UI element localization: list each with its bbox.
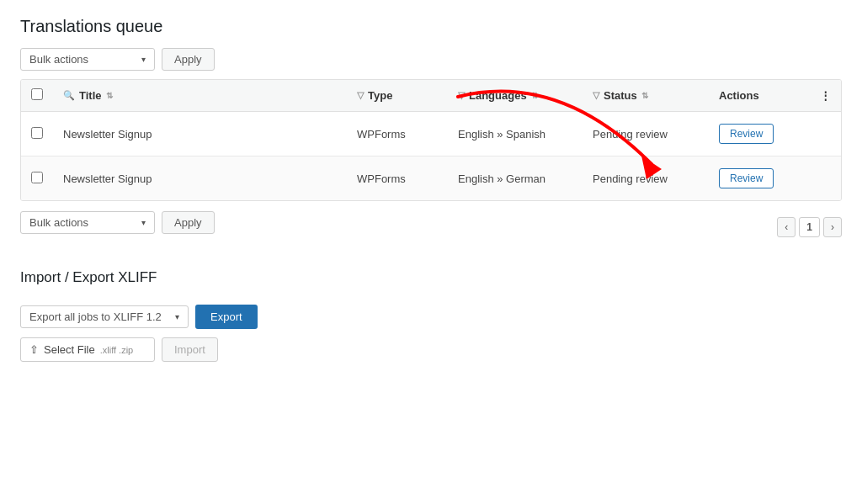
prev-page-button[interactable]: ‹ bbox=[777, 217, 795, 237]
row-actions-0: Review bbox=[709, 112, 810, 157]
table-header-row: 🔍 Title ⇅ ▽ Type ▽ bbox=[21, 80, 841, 112]
bottom-bar: Bulk actions ▾ Apply ‹ 1 › bbox=[20, 211, 842, 242]
export-dropdown-chevron: ▾ bbox=[175, 312, 179, 321]
bulk-actions-label-bottom: Bulk actions bbox=[29, 216, 88, 229]
bulk-actions-chevron-top: ▾ bbox=[141, 55, 146, 64]
import-export-title: Import / Export XLIFF bbox=[20, 269, 842, 286]
import-button[interactable]: Import bbox=[162, 337, 218, 362]
search-icon: 🔍 bbox=[63, 90, 75, 101]
translations-table: 🔍 Title ⇅ ▽ Type ▽ bbox=[21, 80, 841, 200]
row-checkbox-cell[interactable] bbox=[21, 157, 53, 201]
import-export-section: Import / Export XLIFF Export all jobs to… bbox=[20, 269, 842, 362]
apply-button-bottom[interactable]: Apply bbox=[162, 211, 215, 234]
upload-icon: ⇧ bbox=[29, 343, 39, 356]
file-types-label: .xliff .zip bbox=[100, 345, 134, 355]
col-header-languages[interactable]: ▽ Languages ⇅ bbox=[448, 80, 583, 112]
select-file-label: Select File bbox=[44, 343, 95, 356]
more-options-icon[interactable]: ⋮ bbox=[820, 89, 831, 102]
select-all-checkbox[interactable] bbox=[31, 88, 43, 100]
status-sort-icon: ⇅ bbox=[641, 91, 648, 100]
row-more-1 bbox=[810, 157, 841, 201]
col-header-more[interactable]: ⋮ bbox=[810, 80, 841, 112]
status-filter-icon: ▽ bbox=[593, 90, 599, 101]
table-row: Newsletter Signup WPForms English » Span… bbox=[21, 112, 841, 157]
row-checkbox-cell[interactable] bbox=[21, 112, 53, 157]
languages-filter-icon: ▽ bbox=[458, 90, 465, 101]
bulk-actions-label-top: Bulk actions bbox=[29, 53, 88, 66]
type-filter-icon: ▽ bbox=[357, 90, 364, 101]
top-toolbar: Bulk actions ▾ Apply bbox=[20, 48, 842, 71]
row-title-1: Newsletter Signup bbox=[53, 157, 347, 201]
col-header-type[interactable]: ▽ Type bbox=[347, 80, 448, 112]
review-button-0[interactable]: Review bbox=[719, 124, 774, 144]
import-row: ⇧ Select File .xliff .zip Import bbox=[20, 337, 842, 362]
bulk-actions-dropdown-top[interactable]: Bulk actions ▾ bbox=[20, 48, 155, 71]
row-status-0: Pending review bbox=[583, 112, 709, 157]
select-file-button[interactable]: ⇧ Select File .xliff .zip bbox=[20, 337, 155, 362]
export-button[interactable]: Export bbox=[195, 305, 258, 329]
col-header-title[interactable]: 🔍 Title ⇅ bbox=[53, 80, 347, 112]
table-row: Newsletter Signup WPForms English » Germ… bbox=[21, 157, 841, 201]
next-page-button[interactable]: › bbox=[823, 217, 842, 237]
review-button-1[interactable]: Review bbox=[719, 168, 774, 188]
row-checkbox-0[interactable] bbox=[31, 127, 43, 139]
row-languages-1: English » German bbox=[448, 157, 583, 201]
title-sort-icon: ⇅ bbox=[106, 91, 113, 100]
row-title-0: Newsletter Signup bbox=[53, 112, 347, 157]
col-header-status[interactable]: ▽ Status ⇅ bbox=[583, 80, 709, 112]
page-title: Translations queue bbox=[20, 17, 842, 36]
table-body: Newsletter Signup WPForms English » Span… bbox=[21, 112, 841, 201]
select-all-header[interactable] bbox=[21, 80, 53, 112]
row-actions-1: Review bbox=[709, 157, 810, 201]
export-dropdown[interactable]: Export all jobs to XLIFF 1.2 ▾ bbox=[20, 305, 189, 328]
row-languages-0: English » Spanish bbox=[448, 112, 583, 157]
row-type-0: WPForms bbox=[347, 112, 448, 157]
row-checkbox-1[interactable] bbox=[31, 172, 43, 183]
page-number-button[interactable]: 1 bbox=[799, 217, 820, 237]
bulk-actions-dropdown-bottom[interactable]: Bulk actions ▾ bbox=[20, 211, 155, 234]
export-row: Export all jobs to XLIFF 1.2 ▾ Export bbox=[20, 305, 842, 329]
row-more-0 bbox=[810, 112, 841, 157]
row-status-1: Pending review bbox=[583, 157, 709, 201]
translations-table-wrap: 🔍 Title ⇅ ▽ Type ▽ bbox=[20, 79, 842, 201]
export-dropdown-label: Export all jobs to XLIFF 1.2 bbox=[29, 310, 162, 323]
row-type-1: WPForms bbox=[347, 157, 448, 201]
col-header-actions: Actions bbox=[709, 80, 810, 112]
bottom-toolbar: Bulk actions ▾ Apply bbox=[20, 211, 215, 234]
bulk-actions-chevron-bottom: ▾ bbox=[141, 218, 146, 227]
pagination: ‹ 1 › bbox=[777, 217, 842, 237]
apply-button-top[interactable]: Apply bbox=[162, 48, 215, 71]
languages-sort-icon: ⇅ bbox=[531, 91, 538, 100]
